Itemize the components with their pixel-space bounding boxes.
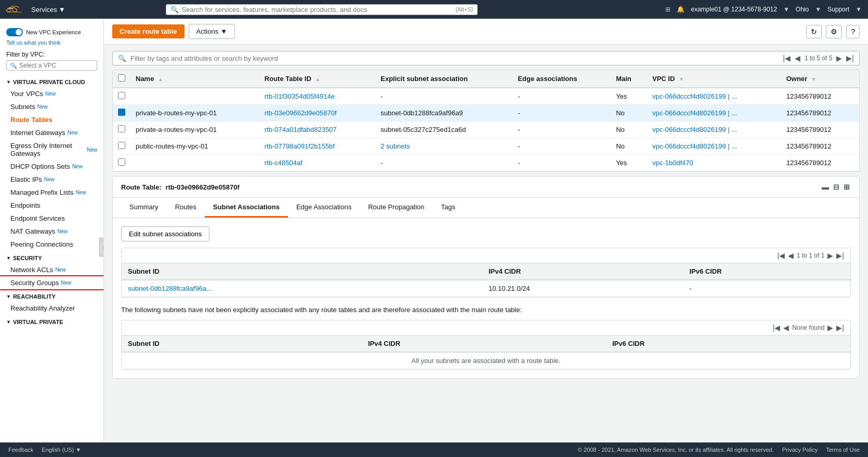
account-menu[interactable]: example01 @ 1234-5678-9012 xyxy=(691,6,777,13)
col-unassoc-subnet-id: Subnet ID xyxy=(122,335,362,352)
actions-button[interactable]: Actions ▼ xyxy=(189,24,235,39)
tab-summary[interactable]: Summary xyxy=(121,198,167,218)
row-checkbox[interactable] xyxy=(118,92,125,99)
row-checkbox[interactable] xyxy=(118,142,125,149)
sidebar-item-peering-connections[interactable]: Peering Connections xyxy=(0,238,103,251)
bell-icon[interactable]: 🔔 xyxy=(677,6,685,13)
subnet-link[interactable]: subnet-0db1288fca9af96a... xyxy=(128,285,212,292)
route-tables-table-wrapper: Name ▲ Route Table ID ▲ Explicit subnet … xyxy=(112,70,860,172)
table-row[interactable]: private-b-routes-my-vpc-01 rtb-03e09662d… xyxy=(113,105,859,122)
table-row[interactable]: public-routes-my-vpc-01 rtb-07798a091f2b… xyxy=(113,138,859,155)
sidebar-item-egress-only-internet-gateways[interactable]: Egress Only Internet Gateways New xyxy=(0,139,103,160)
help-button[interactable]: ? xyxy=(846,25,860,38)
route-table-link[interactable]: rtb-01f30354d05f4914e xyxy=(265,92,335,100)
cell-main: Yes xyxy=(611,88,647,105)
unassoc-prev-page[interactable]: ◀ xyxy=(783,324,789,332)
table-row[interactable]: private-a-routes-my-vpc-01 rtb-074a01dfa… xyxy=(113,122,859,138)
sidebar-item-security-groups[interactable]: Security Groups New xyxy=(0,276,103,289)
support-menu[interactable]: Support xyxy=(827,6,849,13)
vpc-experience-link[interactable]: Tell us what you think xyxy=(0,39,103,49)
last-page-button[interactable]: ▶| xyxy=(846,54,854,62)
services-button[interactable]: Services ▼ xyxy=(27,4,70,16)
assoc-first-page[interactable]: |◀ xyxy=(777,251,785,260)
search-input[interactable] xyxy=(182,6,453,14)
expand-view-icon[interactable]: ⊞ xyxy=(843,182,851,192)
unassoc-first-page[interactable]: |◀ xyxy=(773,324,781,332)
sidebar-item-dhcp-options-sets[interactable]: DHCP Options Sets New xyxy=(0,160,103,173)
select-all-checkbox[interactable] xyxy=(118,74,125,82)
new-badge: New xyxy=(37,104,48,110)
tab-routes[interactable]: Routes xyxy=(167,198,205,218)
route-table-link[interactable]: rtb-074a01dfabd823507 xyxy=(265,126,337,133)
language-selector[interactable]: English (US) ▼ xyxy=(42,447,81,453)
account-chevron-icon[interactable]: ▼ xyxy=(783,6,790,13)
sidebar-item-your-vpcs[interactable]: Your VPCs New xyxy=(0,87,103,100)
region-chevron-icon[interactable]: ▼ xyxy=(815,6,821,13)
vpc-link[interactable]: vpc-066dcccf4d8026199 | ... xyxy=(652,142,737,150)
assoc-prev-page[interactable]: ◀ xyxy=(788,251,794,260)
unassociated-message: The following subnets have not been expl… xyxy=(121,306,851,314)
sidebar-item-managed-prefix-lists[interactable]: Managed Prefix Lists New xyxy=(0,186,103,199)
feedback-link[interactable]: Feedback xyxy=(8,447,33,453)
terms-link[interactable]: Terms of Use xyxy=(826,447,860,453)
first-page-button[interactable]: |◀ xyxy=(783,54,791,62)
subnets-link[interactable]: 2 subnets xyxy=(380,142,410,150)
tab-route-propagation[interactable]: Route Propagation xyxy=(360,198,432,218)
refresh-button[interactable]: ↻ xyxy=(806,25,822,38)
filter-bar: 🔍 |◀ ◀ 1 to 5 of 5 ▶ ▶| xyxy=(112,51,860,65)
cell-name: private-b-routes-my-vpc-01 xyxy=(130,105,259,122)
aws-logo[interactable]: aws xyxy=(6,4,23,15)
edit-subnet-associations-button[interactable]: Edit subnet associations xyxy=(121,226,209,241)
vpc-filter-input[interactable] xyxy=(19,62,94,69)
settings-button[interactable]: ⚙ xyxy=(826,25,842,38)
detail-view-controls: ▬ ⊟ ⊞ xyxy=(821,182,851,192)
sidebar-item-internet-gateways[interactable]: Internet Gateways New xyxy=(0,126,103,139)
row-checkbox[interactable] xyxy=(118,109,125,116)
table-row[interactable]: rtb-c48504af - - Yes vpc-1b0df470 123456… xyxy=(113,155,859,171)
vpc-link[interactable]: vpc-1b0df470 xyxy=(652,159,693,167)
create-route-table-button[interactable]: Create route table xyxy=(112,24,185,38)
sidebar-item-route-tables[interactable]: Route Tables xyxy=(0,113,103,126)
sidebar-collapse-button[interactable]: ‹ xyxy=(99,238,104,257)
tab-edge-associations[interactable]: Edge Associations xyxy=(288,198,360,218)
sidebar-item-label: Peering Connections xyxy=(10,240,73,248)
tab-subnet-associations[interactable]: Subnet Associations xyxy=(205,198,288,218)
filter-input[interactable] xyxy=(130,55,779,62)
route-table-link[interactable]: rtb-03e09662d9e05870f xyxy=(265,109,337,117)
row-checkbox[interactable] xyxy=(118,158,125,166)
unassoc-pagination: None found xyxy=(792,324,824,331)
vpc-link[interactable]: vpc-066dcccf4d8026199 | ... xyxy=(652,126,737,133)
cell-name xyxy=(130,88,259,105)
assoc-next-page[interactable]: ▶ xyxy=(827,251,833,260)
sidebar-item-endpoints[interactable]: Endpoints xyxy=(0,199,103,212)
split-view-icon[interactable]: ⊟ xyxy=(832,182,840,192)
col-edge-associations: Edge associations xyxy=(512,70,611,88)
region-menu[interactable]: Ohio xyxy=(796,6,809,13)
sidebar-item-endpoint-services[interactable]: Endpoint Services xyxy=(0,212,103,225)
route-table-link[interactable]: rtb-c48504af xyxy=(265,159,303,167)
tab-tags[interactable]: Tags xyxy=(433,198,464,218)
prev-page-button[interactable]: ◀ xyxy=(795,54,800,62)
assoc-last-page[interactable]: ▶| xyxy=(836,251,844,260)
sidebar-item-nat-gateways[interactable]: NAT Gateways New xyxy=(0,225,103,238)
vpc-link[interactable]: vpc-066dcccf4d8026199 | ... xyxy=(652,92,737,100)
sidebar-item-reachability-analyzer[interactable]: Reachability Analyzer xyxy=(0,302,103,315)
sidebar-item-elastic-ips[interactable]: Elastic IPs New xyxy=(0,173,103,186)
support-chevron-icon[interactable]: ▼ xyxy=(856,6,862,13)
route-table-link[interactable]: rtb-07798a091f2b155bf xyxy=(265,142,335,150)
unassoc-last-page[interactable]: ▶| xyxy=(836,324,844,332)
vpc-toggle[interactable] xyxy=(6,28,23,36)
apps-icon[interactable]: ⊞ xyxy=(665,6,670,13)
actions-label: Actions xyxy=(196,28,219,35)
list-view-icon[interactable]: ▬ xyxy=(821,182,830,192)
sidebar-item-network-acls[interactable]: Network ACLs New xyxy=(0,263,103,276)
unassoc-next-page[interactable]: ▶ xyxy=(827,324,833,332)
table-row[interactable]: rtb-01f30354d05f4914e - - Yes vpc-066dcc… xyxy=(113,88,859,105)
next-page-button[interactable]: ▶ xyxy=(836,54,842,62)
vpc-link[interactable]: vpc-066dcccf4d8026199 | ... xyxy=(652,109,737,117)
sidebar-item-subnets[interactable]: Subnets New xyxy=(0,100,103,113)
vpc-experience-label: New VPC Experience xyxy=(26,29,81,35)
row-checkbox[interactable] xyxy=(118,125,125,132)
sidebar-item-label: Security Groups xyxy=(10,279,59,287)
privacy-link[interactable]: Privacy Policy xyxy=(782,447,818,453)
